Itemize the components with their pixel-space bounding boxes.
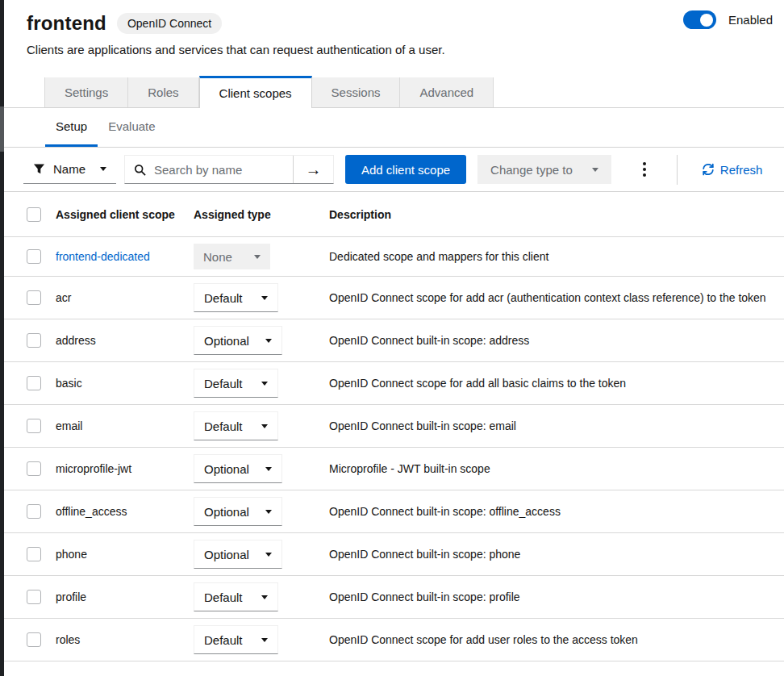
scope-description: Dedicated scope and mappers for this cli…	[329, 250, 784, 263]
caret-down-icon	[261, 638, 268, 642]
scope-description: OpenID Connect built-in scope: offline_a…	[329, 505, 784, 518]
table-row-offline-access: offline_accessOptionalOpenID Connect bui…	[4, 490, 784, 532]
select-all-checkbox[interactable]	[27, 207, 41, 222]
protocol-badge: OpenID Connect	[117, 13, 222, 34]
table-toolbar: Name → Add client scope Change type to	[4, 148, 784, 192]
client-scopes-subtabs: SetupEvaluate	[4, 108, 784, 148]
caret-down-icon	[261, 296, 268, 300]
row-checkbox[interactable]	[27, 419, 41, 433]
row-checkbox[interactable]	[27, 290, 41, 305]
column-header-assigned-client-scope: Assigned client scope	[56, 208, 194, 221]
sidebar-edge-highlight	[0, 106, 4, 152]
assigned-type-select[interactable]: Optional	[194, 540, 282, 569]
assigned-type-select[interactable]: Default	[194, 411, 278, 440]
table-row-profile: profileDefaultOpenID Connect built-in sc…	[4, 575, 784, 618]
assigned-type-select[interactable]: Optional	[194, 497, 282, 526]
scope-name: email	[56, 419, 82, 432]
subtab-setup[interactable]: Setup	[45, 108, 98, 147]
filter-type-dropdown[interactable]: Name	[23, 155, 116, 184]
assigned-type-value: Default	[204, 590, 243, 604]
toolbar-divider	[677, 155, 678, 185]
assigned-type-select[interactable]: Default	[194, 369, 278, 398]
search-input[interactable]	[125, 156, 293, 183]
assigned-type-value: Default	[204, 291, 243, 305]
table-row-basic: basicDefaultOpenID Connect scope for add…	[4, 361, 784, 404]
row-checkbox[interactable]	[27, 249, 41, 264]
assigned-type-value: Optional	[204, 548, 249, 561]
caret-down-icon	[265, 510, 272, 514]
table-row-frontend-dedicated: frontend-dedicatedNoneDedicated scope an…	[4, 236, 784, 276]
assigned-type-select[interactable]: Optional	[194, 454, 282, 483]
scope-description: OpenID Connect scope for add all basic c…	[329, 377, 784, 390]
collapsed-sidebar-edge	[0, 0, 4, 676]
caret-down-icon	[261, 382, 268, 386]
scope-name: roles	[56, 633, 80, 646]
assigned-type-value: Optional	[204, 334, 249, 348]
page-subtitle: Clients are applications and services th…	[4, 35, 784, 56]
enabled-toggle[interactable]	[683, 10, 716, 29]
scope-name: address	[56, 334, 96, 347]
table-row-microprofile-jwt: microprofile-jwtOptionalMicroprofile - J…	[4, 447, 784, 490]
column-header-assigned-type: Assigned type	[194, 208, 329, 221]
change-type-label: Change type to	[490, 163, 573, 177]
scope-description: OpenID Connect built-in scope: phone	[329, 548, 784, 561]
assigned-type-value: Default	[204, 633, 243, 647]
row-checkbox[interactable]	[27, 547, 41, 561]
kebab-menu-button[interactable]	[636, 155, 653, 184]
assigned-type-select[interactable]: Default	[194, 582, 278, 611]
row-checkbox[interactable]	[27, 632, 41, 647]
assigned-type-value: None	[203, 250, 232, 264]
assigned-type-select[interactable]: Default	[194, 625, 278, 654]
tab-advanced[interactable]: Advanced	[400, 77, 494, 107]
row-checkbox[interactable]	[27, 333, 41, 348]
table-row-acr: acrDefaultOpenID Connect scope for add a…	[4, 276, 784, 319]
tab-sessions[interactable]: Sessions	[312, 77, 401, 107]
refresh-button[interactable]: Refresh	[702, 163, 763, 177]
filter-funnel-icon	[33, 163, 45, 175]
scope-description: OpenID Connect scope for add acr (authen…	[329, 291, 784, 304]
row-checkbox[interactable]	[27, 376, 41, 390]
caret-down-icon	[100, 167, 106, 171]
row-checkbox[interactable]	[27, 461, 41, 476]
caret-down-icon	[261, 595, 268, 599]
table-row-address: addressOptionalOpenID Connect built-in s…	[4, 319, 784, 361]
refresh-label: Refresh	[720, 163, 763, 177]
enabled-control: Enabled	[683, 10, 773, 29]
title-row: frontend OpenID Connect	[4, 0, 784, 35]
scope-name: profile	[56, 590, 86, 603]
assigned-type-value: Default	[204, 377, 243, 390]
scope-name: acr	[56, 291, 71, 304]
refresh-icon	[702, 163, 715, 176]
table-body: frontend-dedicatedNoneDedicated scope an…	[4, 236, 784, 661]
caret-down-icon	[265, 553, 272, 557]
assigned-type-value: Default	[204, 419, 243, 433]
scope-description: OpenID Connect built-in scope: profile	[329, 590, 784, 603]
caret-down-icon	[592, 168, 598, 172]
scope-name: basic	[56, 377, 82, 390]
tab-client-scopes[interactable]: Client scopes	[199, 76, 312, 108]
row-checkbox[interactable]	[27, 504, 41, 519]
tab-roles[interactable]: Roles	[128, 77, 198, 107]
scope-name: offline_access	[56, 505, 127, 518]
search-submit-button[interactable]: →	[293, 156, 333, 183]
assigned-type-select[interactable]: Default	[194, 283, 278, 312]
change-type-dropdown[interactable]: Change type to	[477, 155, 611, 184]
add-client-scope-button[interactable]: Add client scope	[345, 155, 466, 184]
filter-type-label: Name	[53, 162, 85, 176]
scope-name-link[interactable]: frontend-dedicated	[56, 250, 150, 263]
column-header-description: Description	[329, 208, 784, 221]
search-box	[125, 156, 293, 183]
row-checkbox[interactable]	[27, 590, 41, 604]
scope-name: microprofile-jwt	[56, 462, 131, 475]
scope-description: OpenID Connect scope for add user roles …	[329, 633, 784, 646]
assigned-type-value: Optional	[204, 462, 249, 476]
table-header-row: Assigned client scope Assigned type Desc…	[4, 192, 784, 236]
client-header: frontend OpenID Connect Clients are appl…	[4, 0, 784, 108]
subtab-evaluate[interactable]: Evaluate	[98, 108, 165, 147]
tab-settings[interactable]: Settings	[44, 77, 128, 107]
assigned-type-select[interactable]: None	[194, 244, 270, 269]
enabled-label: Enabled	[728, 13, 773, 27]
assigned-type-select[interactable]: Optional	[194, 326, 282, 355]
search-group: →	[124, 155, 334, 184]
scope-description: OpenID Connect built-in scope: email	[329, 419, 784, 432]
